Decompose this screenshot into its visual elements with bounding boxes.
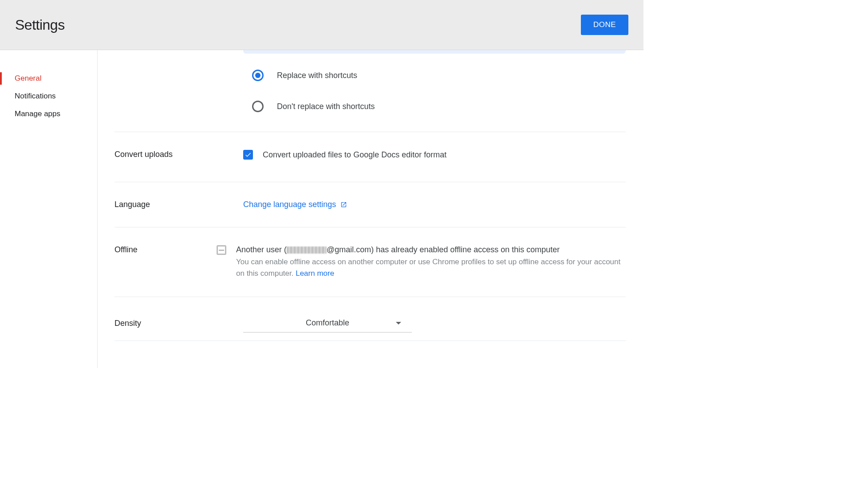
section-label: Convert uploads bbox=[114, 150, 243, 159]
section-shortcuts: Replace with shortcuts Don't replace wit… bbox=[114, 70, 626, 132]
dialog-title: Settings bbox=[15, 17, 65, 33]
checkbox-row-convert[interactable]: Convert uploaded files to Google Docs ed… bbox=[243, 150, 626, 160]
section-body: Change language settings bbox=[243, 200, 626, 209]
offline-primary-text: Another user (@gmail.com) has already en… bbox=[236, 245, 626, 254]
section-body: Convert uploaded files to Google Docs ed… bbox=[243, 150, 626, 160]
select-value: Comfortable bbox=[306, 318, 349, 328]
section-convert-uploads: Convert uploads Convert uploaded files t… bbox=[114, 132, 626, 182]
redacted-email bbox=[287, 246, 327, 254]
section-body: Replace with shortcuts Don't replace wit… bbox=[243, 70, 626, 112]
radio-label: Don't replace with shortcuts bbox=[277, 102, 375, 111]
checkbox-label: Convert uploaded files to Google Docs ed… bbox=[263, 150, 446, 160]
offline-sub-text: You can enable offline access on another… bbox=[236, 256, 626, 279]
sidebar-item-label: Manage apps bbox=[15, 110, 60, 118]
change-language-link[interactable]: Change language settings bbox=[243, 200, 336, 209]
sidebar: General Notifications Manage apps bbox=[0, 50, 98, 368]
sidebar-item-notifications[interactable]: Notifications bbox=[0, 87, 97, 105]
checkmark-icon bbox=[245, 151, 252, 158]
sidebar-item-label: Notifications bbox=[15, 92, 56, 100]
dialog-header: Settings DONE bbox=[0, 0, 643, 50]
dialog-body: General Notifications Manage apps and na… bbox=[0, 50, 643, 368]
settings-content[interactable]: and names will become visible. Learn mor… bbox=[98, 50, 643, 368]
radio-row-dont-replace[interactable]: Don't replace with shortcuts bbox=[252, 101, 626, 112]
offline-learn-more-link[interactable]: Learn more bbox=[296, 269, 334, 278]
checkbox-indeterminate-icon[interactable] bbox=[217, 245, 226, 255]
section-label: Density bbox=[114, 319, 243, 328]
done-button[interactable]: DONE bbox=[581, 15, 628, 35]
section-language: Language Change language settings bbox=[114, 182, 626, 227]
settings-dialog: Settings DONE General Notifications Mana… bbox=[0, 0, 643, 368]
radio-unselected-icon[interactable] bbox=[252, 101, 264, 112]
radio-row-replace[interactable]: Replace with shortcuts bbox=[252, 70, 626, 81]
checkbox-checked-icon[interactable] bbox=[243, 150, 253, 160]
offline-text: Another user (@gmail.com) has already en… bbox=[236, 245, 626, 279]
radio-label: Replace with shortcuts bbox=[277, 71, 357, 80]
section-label: Language bbox=[114, 200, 243, 209]
section-body: Another user (@gmail.com) has already en… bbox=[243, 245, 626, 279]
chevron-down-icon bbox=[396, 322, 401, 325]
section-label bbox=[114, 70, 243, 112]
density-select[interactable]: Comfortable bbox=[243, 314, 412, 333]
sidebar-item-manage-apps[interactable]: Manage apps bbox=[0, 105, 97, 123]
sidebar-item-general[interactable]: General bbox=[0, 70, 97, 87]
section-body: Comfortable bbox=[243, 314, 626, 333]
section-density: Density Comfortable bbox=[114, 297, 626, 341]
section-offline: Offline Another user (@gmail.com) has al… bbox=[114, 227, 626, 297]
open-in-new-icon bbox=[340, 201, 347, 208]
info-banner: and names will become visible. Learn mor… bbox=[243, 50, 626, 54]
sidebar-item-label: General bbox=[15, 74, 41, 82]
radio-selected-icon[interactable] bbox=[252, 70, 264, 81]
offline-body: Another user (@gmail.com) has already en… bbox=[217, 245, 626, 279]
